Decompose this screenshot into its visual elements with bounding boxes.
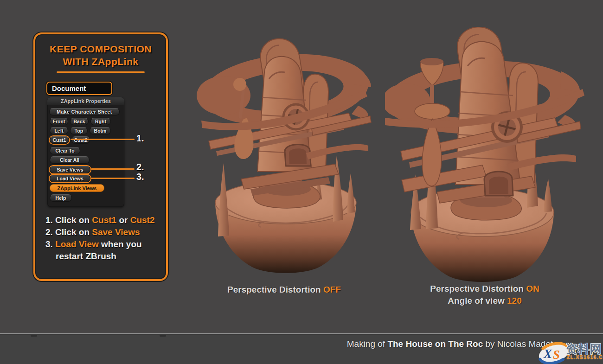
step3-load-view: Load View (55, 239, 99, 249)
left-button[interactable]: Left (50, 127, 68, 134)
divider-notch (160, 335, 166, 337)
arched-door (484, 172, 513, 196)
angle-of-view-text: Angle of view (448, 296, 507, 306)
watermark: X S 资料网 ZL.XS1616.COM (537, 341, 603, 364)
footer-prefix: Making of (347, 339, 388, 349)
instruction-step-1: 1. Click on Cust1 or Cust2 (45, 214, 166, 226)
svg-text:S: S (553, 348, 560, 362)
model-perspective-off (195, 36, 373, 280)
step1-text: 1. Click on (45, 215, 92, 225)
caption-off-text: Perspective Distortion (227, 285, 323, 294)
cust2-button[interactable]: Cust2 (71, 136, 90, 144)
step1-cust2: Cust2 (130, 215, 155, 225)
panel-title: KEEP COMPOSITION WITH ZAppLink (35, 43, 166, 68)
botm-button[interactable]: Botm (90, 127, 111, 134)
caption-on-text: Perspective Distortion (430, 284, 526, 294)
callout-line-2 (91, 168, 135, 170)
caption-perspective-on: Perspective Distortion ON Angle of view … (397, 283, 573, 307)
rght-button[interactable]: Rght (90, 118, 111, 125)
footer-artwork-title: The House on The Roc (387, 339, 483, 349)
caption-on-line2: Angle of view 120 (397, 295, 573, 307)
caption-on-line1: Perspective Distortion ON (397, 283, 573, 295)
model-perspective-on (385, 27, 584, 284)
back-button[interactable]: Back (70, 118, 89, 125)
front-button[interactable]: Front (50, 118, 68, 125)
caption-on-state: ON (526, 284, 539, 294)
caption-off-state: OFF (323, 285, 341, 294)
callout-line-1 (71, 139, 135, 140)
zapplink-properties-header: ZAppLink Properties (47, 97, 124, 105)
instruction-step-3-cont: restart ZBrush (45, 250, 166, 262)
instruction-step-2: 2. Click on Save Views (45, 226, 166, 238)
callout-number-1: 1. (136, 133, 144, 144)
angle-of-view-value: 120 (507, 296, 522, 306)
step3-text: when you (99, 239, 142, 249)
document-menu-button[interactable]: Document (46, 82, 112, 95)
help-button[interactable]: Help (50, 194, 72, 202)
svg-text:X: X (543, 347, 552, 361)
title-underline (57, 71, 145, 73)
top-button[interactable]: Top (70, 127, 88, 134)
panel-title-line1: KEEP COMPOSITION (35, 43, 166, 55)
clear-all-button[interactable]: Clear All (50, 156, 90, 164)
callout-number-3: 3. (136, 172, 144, 182)
step1-or: or (116, 215, 130, 225)
step2-save-views: Save Views (92, 227, 140, 237)
step2-text: 2. Click on (45, 227, 92, 237)
callout-number-2: 2. (136, 162, 144, 172)
callout-line-3 (91, 178, 135, 179)
cust1-button[interactable]: Cust1 (50, 136, 69, 144)
panel-title-line2: WITH ZAppLink (35, 55, 166, 68)
tutorial-page: { "page": { "background": "#474545", "ac… (0, 0, 603, 364)
clear-to-button[interactable]: Clear To (50, 147, 80, 154)
caption-perspective-off: Perspective Distortion OFF (199, 284, 369, 296)
footer-divider-line (0, 333, 603, 335)
load-views-button[interactable]: Load Views (50, 175, 90, 182)
step3-num: 3. (45, 239, 55, 249)
zapplink-views-button[interactable]: ZAppLink Views (50, 184, 104, 192)
instruction-step-3: 3. Load View when you (45, 238, 166, 250)
divider-notch (31, 335, 37, 337)
instructions-list: 1. Click on Cust1 or Cust2 2. Click on S… (45, 214, 166, 262)
save-views-button[interactable]: Save Views (50, 166, 90, 173)
step1-cust1: Cust1 (92, 215, 116, 225)
watermark-url: ZL.XS1616.COM (567, 355, 603, 360)
zapplink-properties-panel: ZAppLink Properties Make Character Sheet… (47, 97, 124, 207)
make-character-sheet-button[interactable]: Make Character Sheet (49, 108, 120, 115)
